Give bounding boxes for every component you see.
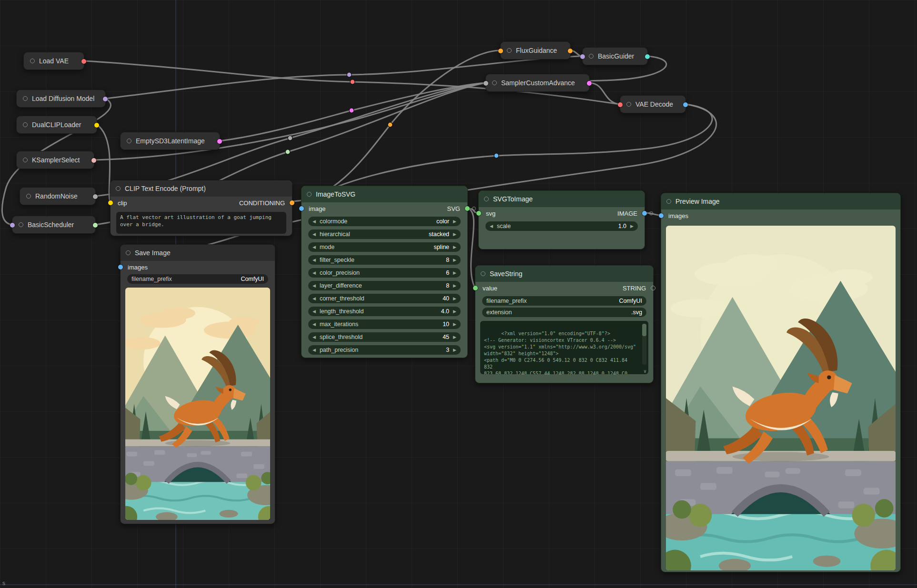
output-slot-sampler[interactable] xyxy=(91,158,96,163)
collapse-icon[interactable] xyxy=(507,48,512,53)
collapse-icon[interactable] xyxy=(23,158,28,162)
increment-arrow-icon[interactable]: ▶ xyxy=(453,348,456,352)
node-titlebar[interactable]: Save Image xyxy=(121,245,275,261)
decrement-arrow-icon[interactable]: ◀ xyxy=(490,224,493,229)
widget-colormode[interactable]: ◀ colormode color ▶ xyxy=(308,217,461,226)
node-emptysd3latentimage[interactable]: EmptySD3LatentImage xyxy=(120,132,220,150)
output-slot-latent[interactable] xyxy=(217,139,222,144)
decrement-arrow-icon[interactable]: ◀ xyxy=(312,232,316,237)
increment-arrow-icon[interactable]: ▶ xyxy=(453,335,456,339)
input-slot-model[interactable] xyxy=(580,54,585,59)
increment-arrow-icon[interactable]: ▶ xyxy=(453,284,456,288)
decrement-arrow-icon[interactable]: ◀ xyxy=(312,219,316,224)
widget-filter-speckle[interactable]: ◀ filter_speckle 8 ▶ xyxy=(308,255,461,265)
filename-prefix-field[interactable]: filename_prefix ComfyUI xyxy=(482,296,646,306)
node-vae-decode[interactable]: VAE Decode xyxy=(620,95,686,113)
increment-arrow-icon[interactable]: ▶ xyxy=(630,224,634,229)
decrement-arrow-icon[interactable]: ◀ xyxy=(312,271,316,275)
output-slot-noise[interactable] xyxy=(93,194,98,199)
widget-hierarchical[interactable]: ◀ hierarchical stacked ▶ xyxy=(308,229,461,239)
widget-max-iterations[interactable]: ◀ max_iterations 10 ▶ xyxy=(308,319,461,329)
increment-arrow-icon[interactable]: ▶ xyxy=(453,232,456,237)
decrement-arrow-icon[interactable]: ◀ xyxy=(312,335,316,339)
link-dot-noise[interactable] xyxy=(288,136,292,140)
widget-color-precision[interactable]: ◀ color_precision 6 ▶ xyxy=(308,268,461,278)
node-samplercustomadvance[interactable]: SamplerCustomAdvance xyxy=(485,74,590,92)
scrollbar-thumb[interactable] xyxy=(642,324,646,336)
increment-arrow-icon[interactable]: ▶ xyxy=(453,271,456,275)
input-slot-images[interactable] xyxy=(118,265,123,269)
collapse-icon[interactable] xyxy=(307,192,312,197)
collapse-icon[interactable] xyxy=(23,122,28,127)
decrement-arrow-icon[interactable]: ◀ xyxy=(312,284,316,288)
collapse-icon[interactable] xyxy=(19,222,23,227)
collapse-icon[interactable] xyxy=(492,80,497,85)
collapse-icon[interactable] xyxy=(626,102,631,107)
output-slot-model[interactable] xyxy=(103,97,108,101)
node-dualcliploader[interactable]: DualCLIPLoader xyxy=(16,116,97,134)
widget-layer-difference[interactable]: ◀ layer_difference 8 ▶ xyxy=(308,281,461,290)
output-slot-string[interactable] xyxy=(651,286,655,290)
collapse-icon[interactable] xyxy=(23,96,28,101)
node-titlebar[interactable]: SaveString xyxy=(475,266,653,282)
node-fluxguidance[interactable]: FluxGuidance xyxy=(500,41,571,60)
widget-length-threshold[interactable]: ◀ length_threshold 4.0 ▶ xyxy=(308,307,461,316)
decrement-arrow-icon[interactable]: ◀ xyxy=(312,348,316,352)
output-slot-conditioning[interactable] xyxy=(290,200,294,205)
collapse-icon[interactable] xyxy=(30,59,35,63)
node-graph-canvas[interactable]: Load VAE Load Diffusion Model DualCLIPLo… xyxy=(0,0,917,588)
link-dot-image[interactable] xyxy=(494,153,499,158)
node-titlebar[interactable]: CLIP Text Encode (Prompt) xyxy=(111,180,292,197)
collapse-icon[interactable] xyxy=(26,194,31,199)
link-dot-model[interactable] xyxy=(347,72,352,77)
node-load-vae[interactable]: Load VAE xyxy=(23,52,84,70)
output-slot-image[interactable] xyxy=(683,102,688,107)
decrement-arrow-icon[interactable]: ◀ xyxy=(312,309,316,314)
node-randomnoise[interactable]: RandomNoise xyxy=(20,187,96,205)
input-slot-conditioning[interactable] xyxy=(498,49,503,53)
output-slot-conditioning[interactable] xyxy=(568,49,573,53)
link-dot-conditioning[interactable] xyxy=(388,122,393,127)
input-slot-image[interactable] xyxy=(299,206,304,211)
collapse-icon[interactable] xyxy=(126,250,131,255)
input-slot-model[interactable] xyxy=(10,223,15,228)
output-slot-sigmas[interactable] xyxy=(93,223,98,228)
widget-mode[interactable]: ◀ mode spline ▶ xyxy=(308,242,461,252)
output-slot-clip[interactable] xyxy=(94,123,99,128)
node-titlebar[interactable]: ImageToSVG xyxy=(302,186,467,202)
decrement-arrow-icon[interactable]: ◀ xyxy=(312,258,316,262)
increment-arrow-icon[interactable]: ▶ xyxy=(453,309,456,314)
collapse-icon[interactable] xyxy=(116,186,121,191)
widget-path-precision[interactable]: ◀ path_precision 3 ▶ xyxy=(308,345,461,355)
input-slot-svg[interactable] xyxy=(476,211,481,216)
input-slot-value[interactable] xyxy=(473,286,478,290)
increment-arrow-icon[interactable]: ▶ xyxy=(453,245,456,249)
input-slot-multi[interactable] xyxy=(484,81,488,86)
decrement-arrow-icon[interactable]: ◀ xyxy=(312,322,316,327)
string-textarea[interactable]: <?xml version="1.0" encoding="UTF-8"?> <… xyxy=(480,321,648,374)
node-basicguider[interactable]: BasicGuider xyxy=(582,47,648,65)
link-dot-vae[interactable] xyxy=(350,80,355,84)
decrement-arrow-icon[interactable]: ◀ xyxy=(312,297,316,301)
input-slot-images[interactable] xyxy=(659,213,664,218)
output-slot-guider[interactable] xyxy=(645,54,650,59)
output-slot-vae[interactable] xyxy=(81,59,86,64)
filename-prefix-field[interactable]: filename_prefix ComfyUI xyxy=(127,274,268,284)
node-ksamplerselect[interactable]: KSamplerSelect xyxy=(16,151,94,169)
collapse-icon[interactable] xyxy=(481,271,485,276)
collapse-icon[interactable] xyxy=(127,139,131,143)
output-slot-image[interactable] xyxy=(642,211,647,216)
output-slot-svg[interactable] xyxy=(465,206,470,211)
collapse-icon[interactable] xyxy=(589,54,594,59)
increment-arrow-icon[interactable]: ▶ xyxy=(453,258,456,262)
link-dot-sigmas[interactable] xyxy=(285,149,290,154)
input-slot-clip[interactable] xyxy=(108,200,113,205)
scroll-down-icon[interactable]: ∨ xyxy=(644,369,646,374)
increment-arrow-icon[interactable]: ▶ xyxy=(453,297,456,301)
node-load-diffusion-model[interactable]: Load Diffusion Model xyxy=(16,90,106,108)
widget-scale[interactable]: ◀ scale 1.0 ▶ xyxy=(485,221,638,231)
increment-arrow-icon[interactable]: ▶ xyxy=(453,322,456,327)
decrement-arrow-icon[interactable]: ◀ xyxy=(312,245,316,249)
link-dot-latent[interactable] xyxy=(349,108,354,113)
extension-field[interactable]: extension .svg xyxy=(482,308,646,317)
